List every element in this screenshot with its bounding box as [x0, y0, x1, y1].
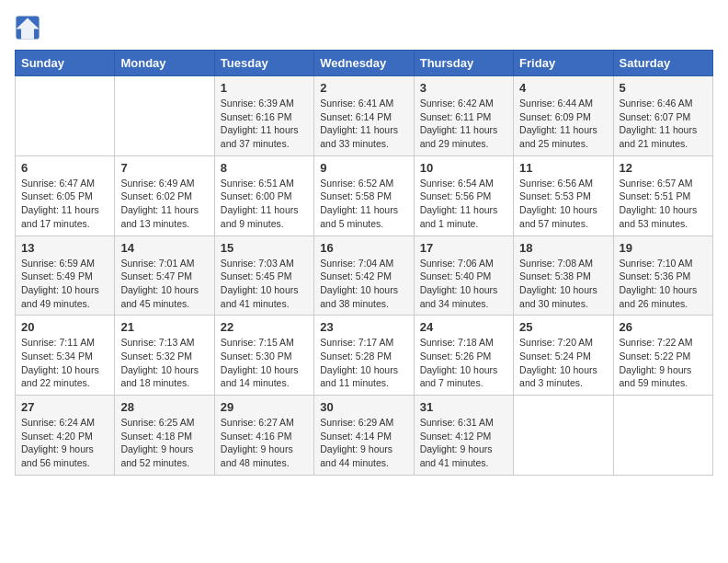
- day-info: Sunrise: 7:18 AMSunset: 5:26 PMDaylight:…: [420, 336, 507, 390]
- day-number: 30: [320, 400, 407, 414]
- day-cell: 16Sunrise: 7:04 AMSunset: 5:42 PMDayligh…: [314, 236, 414, 316]
- day-cell: [16, 76, 115, 156]
- day-cell: 23Sunrise: 7:17 AMSunset: 5:28 PMDayligh…: [314, 316, 414, 396]
- day-info: Sunrise: 6:44 AMSunset: 6:09 PMDaylight:…: [519, 97, 607, 151]
- day-cell: 15Sunrise: 7:03 AMSunset: 5:45 PMDayligh…: [214, 236, 313, 316]
- day-info: Sunrise: 6:42 AMSunset: 6:11 PMDaylight:…: [420, 97, 507, 151]
- day-info: Sunrise: 6:41 AMSunset: 6:14 PMDaylight:…: [320, 97, 407, 151]
- day-cell: [613, 396, 712, 476]
- day-cell: 11Sunrise: 6:56 AMSunset: 5:53 PMDayligh…: [514, 155, 613, 236]
- day-info: Sunrise: 7:17 AMSunset: 5:28 PMDaylight:…: [320, 336, 407, 390]
- calendar-table: SundayMondayTuesdayWednesdayThursdayFrid…: [15, 50, 713, 476]
- day-number: 10: [420, 161, 507, 175]
- day-info: Sunrise: 6:25 AMSunset: 4:18 PMDaylight:…: [120, 416, 208, 470]
- day-number: 11: [519, 161, 607, 175]
- day-cell: 30Sunrise: 6:29 AMSunset: 4:14 PMDayligh…: [314, 396, 414, 476]
- day-cell: 24Sunrise: 7:18 AMSunset: 5:26 PMDayligh…: [414, 316, 513, 396]
- day-number: 29: [221, 400, 308, 414]
- day-cell: 8Sunrise: 6:51 AMSunset: 6:00 PMDaylight…: [214, 155, 313, 236]
- day-info: Sunrise: 7:08 AMSunset: 5:38 PMDaylight:…: [519, 257, 607, 311]
- day-cell: 4Sunrise: 6:44 AMSunset: 6:09 PMDaylight…: [514, 76, 613, 156]
- day-info: Sunrise: 7:20 AMSunset: 5:24 PMDaylight:…: [519, 336, 607, 390]
- day-info: Sunrise: 6:46 AMSunset: 6:07 PMDaylight:…: [620, 97, 707, 151]
- calendar-header: SundayMondayTuesdayWednesdayThursdayFrid…: [16, 51, 713, 76]
- col-header-thursday: Thursday: [414, 51, 513, 76]
- day-number: 15: [221, 241, 308, 255]
- day-cell: 18Sunrise: 7:08 AMSunset: 5:38 PMDayligh…: [514, 236, 613, 316]
- day-number: 27: [21, 400, 108, 414]
- day-cell: 21Sunrise: 7:13 AMSunset: 5:32 PMDayligh…: [115, 316, 214, 396]
- day-cell: 13Sunrise: 6:59 AMSunset: 5:49 PMDayligh…: [16, 236, 115, 316]
- day-info: Sunrise: 6:56 AMSunset: 5:53 PMDaylight:…: [519, 177, 607, 231]
- day-cell: 5Sunrise: 6:46 AMSunset: 6:07 PMDaylight…: [613, 76, 712, 156]
- day-number: 1: [221, 81, 308, 95]
- day-info: Sunrise: 7:10 AMSunset: 5:36 PMDaylight:…: [620, 257, 707, 311]
- day-number: 28: [120, 400, 208, 414]
- day-number: 6: [21, 161, 108, 175]
- day-info: Sunrise: 6:27 AMSunset: 4:16 PMDaylight:…: [221, 416, 308, 470]
- page-header: [15, 15, 713, 40]
- col-header-sunday: Sunday: [16, 51, 115, 76]
- day-info: Sunrise: 6:24 AMSunset: 4:20 PMDaylight:…: [21, 416, 108, 470]
- day-info: Sunrise: 6:47 AMSunset: 6:05 PMDaylight:…: [21, 177, 108, 231]
- day-number: 17: [420, 241, 507, 255]
- day-info: Sunrise: 6:51 AMSunset: 6:00 PMDaylight:…: [221, 177, 308, 231]
- logo: [15, 15, 44, 40]
- week-row-4: 20Sunrise: 7:11 AMSunset: 5:34 PMDayligh…: [16, 316, 713, 396]
- day-number: 8: [221, 161, 308, 175]
- day-info: Sunrise: 6:31 AMSunset: 4:12 PMDaylight:…: [420, 416, 507, 470]
- col-header-tuesday: Tuesday: [214, 51, 313, 76]
- day-info: Sunrise: 6:54 AMSunset: 5:56 PMDaylight:…: [420, 177, 507, 231]
- day-number: 2: [320, 81, 407, 95]
- day-cell: 19Sunrise: 7:10 AMSunset: 5:36 PMDayligh…: [613, 236, 712, 316]
- logo-icon: [15, 15, 40, 40]
- day-number: 9: [320, 161, 407, 175]
- day-number: 14: [120, 241, 208, 255]
- day-cell: [514, 396, 613, 476]
- day-cell: 2Sunrise: 6:41 AMSunset: 6:14 PMDaylight…: [314, 76, 414, 156]
- day-info: Sunrise: 7:01 AMSunset: 5:47 PMDaylight:…: [120, 257, 208, 311]
- day-info: Sunrise: 7:11 AMSunset: 5:34 PMDaylight:…: [21, 336, 108, 390]
- day-cell: 22Sunrise: 7:15 AMSunset: 5:30 PMDayligh…: [214, 316, 313, 396]
- col-header-wednesday: Wednesday: [314, 51, 414, 76]
- day-info: Sunrise: 6:39 AMSunset: 6:16 PMDaylight:…: [221, 97, 308, 151]
- day-number: 16: [320, 241, 407, 255]
- col-header-friday: Friday: [514, 51, 613, 76]
- day-cell: 20Sunrise: 7:11 AMSunset: 5:34 PMDayligh…: [16, 316, 115, 396]
- day-info: Sunrise: 6:57 AMSunset: 5:51 PMDaylight:…: [620, 177, 707, 231]
- day-cell: 31Sunrise: 6:31 AMSunset: 4:12 PMDayligh…: [414, 396, 513, 476]
- day-cell: 7Sunrise: 6:49 AMSunset: 6:02 PMDaylight…: [115, 155, 214, 236]
- day-cell: 6Sunrise: 6:47 AMSunset: 6:05 PMDaylight…: [16, 155, 115, 236]
- day-cell: 17Sunrise: 7:06 AMSunset: 5:40 PMDayligh…: [414, 236, 513, 316]
- calendar-body: 1Sunrise: 6:39 AMSunset: 6:16 PMDaylight…: [16, 76, 713, 476]
- col-header-monday: Monday: [115, 51, 214, 76]
- day-cell: 14Sunrise: 7:01 AMSunset: 5:47 PMDayligh…: [115, 236, 214, 316]
- day-number: 12: [620, 161, 707, 175]
- day-info: Sunrise: 7:22 AMSunset: 5:22 PMDaylight:…: [620, 336, 707, 390]
- week-row-3: 13Sunrise: 6:59 AMSunset: 5:49 PMDayligh…: [16, 236, 713, 316]
- day-cell: 3Sunrise: 6:42 AMSunset: 6:11 PMDaylight…: [414, 76, 513, 156]
- day-number: 3: [420, 81, 507, 95]
- week-row-5: 27Sunrise: 6:24 AMSunset: 4:20 PMDayligh…: [16, 396, 713, 476]
- day-info: Sunrise: 7:04 AMSunset: 5:42 PMDaylight:…: [320, 257, 407, 311]
- day-info: Sunrise: 7:15 AMSunset: 5:30 PMDaylight:…: [221, 336, 308, 390]
- day-cell: 9Sunrise: 6:52 AMSunset: 5:58 PMDaylight…: [314, 155, 414, 236]
- day-number: 24: [420, 320, 507, 334]
- day-info: Sunrise: 6:52 AMSunset: 5:58 PMDaylight:…: [320, 177, 407, 231]
- day-number: 23: [320, 320, 407, 334]
- day-number: 31: [420, 400, 507, 414]
- day-info: Sunrise: 6:59 AMSunset: 5:49 PMDaylight:…: [21, 257, 108, 311]
- day-cell: 1Sunrise: 6:39 AMSunset: 6:16 PMDaylight…: [214, 76, 313, 156]
- day-cell: 29Sunrise: 6:27 AMSunset: 4:16 PMDayligh…: [214, 396, 313, 476]
- day-cell: 26Sunrise: 7:22 AMSunset: 5:22 PMDayligh…: [613, 316, 712, 396]
- day-number: 7: [120, 161, 208, 175]
- day-number: 18: [519, 241, 607, 255]
- day-cell: 27Sunrise: 6:24 AMSunset: 4:20 PMDayligh…: [16, 396, 115, 476]
- day-number: 13: [21, 241, 108, 255]
- day-number: 20: [21, 320, 108, 334]
- week-row-1: 1Sunrise: 6:39 AMSunset: 6:16 PMDaylight…: [16, 76, 713, 156]
- day-info: Sunrise: 7:06 AMSunset: 5:40 PMDaylight:…: [420, 257, 507, 311]
- day-info: Sunrise: 7:13 AMSunset: 5:32 PMDaylight:…: [120, 336, 208, 390]
- day-number: 5: [620, 81, 707, 95]
- day-cell: 12Sunrise: 6:57 AMSunset: 5:51 PMDayligh…: [613, 155, 712, 236]
